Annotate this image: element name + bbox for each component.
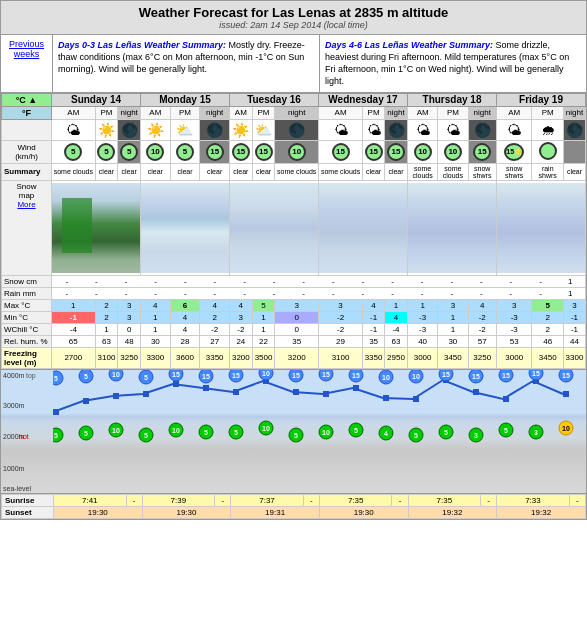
min-16: -3 (497, 311, 532, 323)
sum-wed-pm: clear (363, 163, 385, 180)
day-monday: Monday 15 (141, 93, 230, 106)
sr-9: 7:35 (408, 494, 481, 506)
sr-3: 7:39 (142, 494, 215, 506)
sun-night: night (118, 106, 141, 119)
icon-fri-pm: 🌧 (532, 119, 564, 140)
thu-night: night (468, 106, 497, 119)
svg-text:15: 15 (532, 370, 540, 377)
icon-tue-am: ☀️ (230, 119, 253, 140)
fl-8: 3500 (252, 347, 275, 368)
svg-text:5: 5 (204, 429, 208, 436)
summary-row-label: Summary (2, 163, 52, 180)
rh-6: 27 (200, 335, 230, 347)
svg-text:10: 10 (562, 425, 570, 432)
mon-pm: PM (170, 106, 200, 119)
summary-left-title: Days 0-3 Las Leñas Weather Summary: (58, 40, 226, 50)
icon-mon-night: 🌑 (200, 119, 230, 140)
wind-mon-pm: 5 (170, 140, 200, 163)
nav-cell: Previous weeks (1, 35, 53, 92)
freezing-level-row: Freezing level (m) 2700 3100 3250 3300 3… (2, 347, 586, 368)
ss-5: 19:32 (408, 506, 497, 518)
rh-15: 57 (468, 335, 497, 347)
max-15: 4 (468, 299, 497, 311)
snow-map-thu (408, 180, 497, 275)
sum-sun-pm: clear (95, 163, 118, 180)
fri-am: AM (497, 106, 532, 119)
wchill-row: WChill °C -4 1 0 1 4 -2 -2 1 0 -2 -1 -4 … (2, 323, 586, 335)
max-12: 1 (385, 299, 408, 311)
svg-text:10: 10 (262, 370, 270, 377)
wc-7: -2 (230, 323, 253, 335)
issued-label: issued: 2am 14 Sep 2014 (local time) (3, 20, 584, 30)
min-12: 4 (385, 311, 408, 323)
snow-map-more-link[interactable]: More (17, 200, 35, 209)
wc-2: 1 (95, 323, 118, 335)
max-1: 1 (52, 299, 96, 311)
max-14: 3 (438, 299, 468, 311)
elev-1000: 1000m (3, 465, 24, 472)
svg-text:10: 10 (112, 427, 120, 434)
day-thursday: Thursday 18 (408, 93, 497, 106)
icon-mon-pm: ⛅ (170, 119, 200, 140)
min-14: 1 (438, 311, 468, 323)
fl-7: 3200 (230, 347, 253, 368)
icon-thu-night: 🌑 (468, 119, 497, 140)
wc-1: -4 (52, 323, 96, 335)
svg-text:5: 5 (294, 432, 298, 439)
wc-13: -3 (408, 323, 438, 335)
sr-12: - (569, 494, 585, 506)
sum-tue-am: clear (230, 163, 253, 180)
rh-10: 29 (319, 335, 363, 347)
rain-mm-label: Rain mm (2, 287, 52, 299)
fl-13: 3000 (408, 347, 438, 368)
ss-3: 19:31 (231, 506, 320, 518)
rain-mm-row: Rain mm --- --- --- --- --- --1 (2, 287, 586, 299)
sr-2: - (126, 494, 142, 506)
wind-fri-am: 15⭐ (497, 140, 532, 163)
rh-18: 44 (563, 335, 585, 347)
svg-text:15: 15 (292, 372, 300, 379)
elev-2000-hot: hot (19, 433, 29, 440)
max-3: 3 (118, 299, 141, 311)
unit-toggle-c[interactable]: °C ▲ (2, 93, 52, 106)
sunrise-row: Sunrise 7:41 - 7:39 - 7:37 - 7:35 - 7:35… (2, 494, 586, 506)
svg-text:4: 4 (384, 430, 388, 437)
max-7: 4 (230, 299, 253, 311)
freezing-level-label: Freezing level (m) (2, 347, 52, 368)
prev-weeks-link[interactable]: Previous weeks (5, 39, 48, 59)
unit-toggle-f[interactable]: °F (2, 106, 52, 119)
day-sunday: Sunday 14 (52, 93, 141, 106)
sum-mon-am: clear (141, 163, 171, 180)
sum-mon-pm: clear (170, 163, 200, 180)
ss-6: 19:32 (497, 506, 586, 518)
svg-text:15: 15 (202, 373, 210, 380)
svg-text:5: 5 (234, 429, 238, 436)
wc-5: 4 (170, 323, 200, 335)
sum-thu-night: snow shwrs (468, 163, 497, 180)
min-13: -3 (408, 311, 438, 323)
sum-sun-am: some clouds (52, 163, 96, 180)
snow-cm-values: --- --- --- --- --- --1 (52, 275, 586, 287)
day-wednesday: Wednesday 17 (319, 93, 408, 106)
forecast-table: °C ▲ Sunday 14 Monday 15 Tuesday 16 Wedn… (1, 93, 586, 369)
fl-16: 3000 (497, 347, 532, 368)
svg-text:5: 5 (354, 427, 358, 434)
wc-8: 1 (252, 323, 275, 335)
thu-am: AM (408, 106, 438, 119)
sun-am: AM (52, 106, 96, 119)
wc-9: 0 (275, 323, 319, 335)
sum-sun-night: clear (118, 163, 141, 180)
summary-nav-row: Previous weeks Days 0-3 Las Leñas Weathe… (1, 35, 586, 93)
icon-tue-pm: ⛅ (252, 119, 275, 140)
sum-fri-am: snow shwrs (497, 163, 532, 180)
sum-thu-am: some clouds (408, 163, 438, 180)
snow-map-row: SnowmapMore (2, 180, 586, 275)
icon-sun-night: 🌑 (118, 119, 141, 140)
thu-pm: PM (438, 106, 468, 119)
max-5: 6 (170, 299, 200, 311)
ss-1: 19:30 (54, 506, 143, 518)
wc-3: 0 (118, 323, 141, 335)
svg-text:3: 3 (534, 429, 538, 436)
min-7: 3 (230, 311, 253, 323)
sum-wed-am: some clouds (319, 163, 363, 180)
